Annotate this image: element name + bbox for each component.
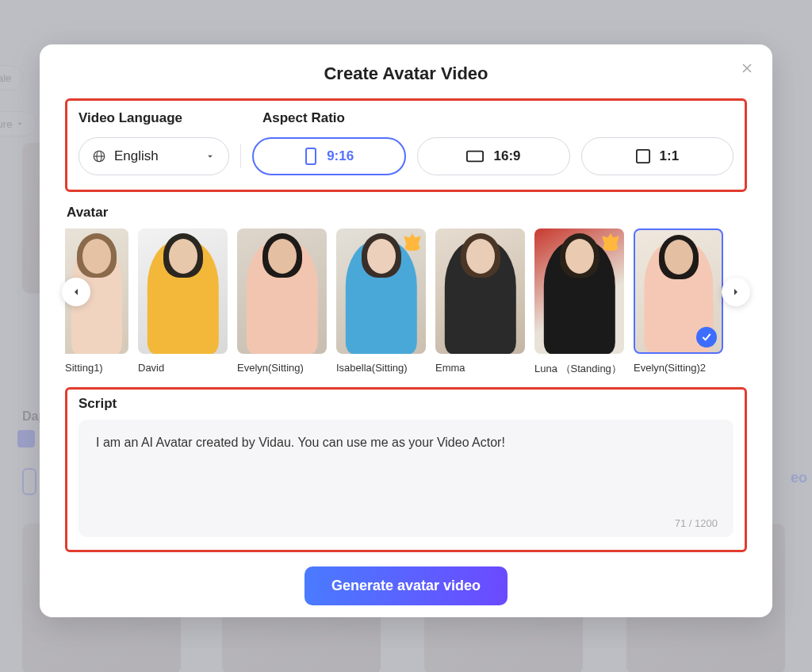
avatar-head — [268, 239, 297, 274]
avatar-thumb[interactable] — [138, 228, 228, 354]
portrait-rect-icon — [304, 148, 317, 165]
avatar-thumb[interactable] — [435, 228, 525, 354]
avatar-thumb[interactable] — [634, 228, 723, 354]
avatar-name: Evelyn(Sitting)2 — [634, 362, 723, 374]
avatar-name: Luna （Standing） — [534, 362, 624, 376]
char-max: 1200 — [695, 517, 718, 529]
language-select[interactable]: English — [79, 137, 229, 175]
script-highlight: Script 71 / 1200 — [65, 387, 747, 552]
avatar-item: David — [138, 228, 228, 376]
avatar-thumb[interactable] — [237, 228, 327, 354]
avatar-head — [367, 239, 396, 274]
script-input[interactable] — [79, 420, 733, 537]
close-button[interactable] — [739, 60, 755, 76]
ratio-label: 1:1 — [660, 148, 680, 164]
char-current: 71 — [675, 517, 686, 529]
crown-badge-icon — [602, 233, 619, 251]
ratio-label: 16:9 — [493, 148, 520, 164]
aspect-ratio-label: Aspect Ratio — [262, 110, 345, 126]
avatar-head — [565, 239, 594, 274]
carousel-next-button[interactable] — [722, 278, 750, 306]
svg-rect-2 — [306, 148, 316, 164]
carousel-prev-button[interactable] — [62, 278, 90, 306]
avatar-head — [466, 239, 495, 274]
chevron-down-icon — [205, 151, 216, 162]
top-settings-highlight: Video Language Aspect Ratio English 9:16… — [65, 98, 747, 192]
divider — [240, 144, 241, 168]
landscape-rect-icon — [466, 150, 484, 163]
language-label: Video Language — [79, 110, 262, 126]
avatar-item: Evelyn(Sitting) — [237, 228, 327, 376]
avatar-section-title: Avatar — [67, 205, 747, 221]
chevron-left-icon — [70, 286, 82, 298]
chevron-right-icon — [730, 286, 742, 298]
avatar-name: David — [138, 362, 228, 374]
svg-rect-3 — [467, 152, 483, 162]
avatar-item: Isabella(Sitting) — [336, 228, 426, 376]
avatar-name: Sitting1) — [65, 362, 128, 374]
avatar-thumb[interactable] — [534, 228, 624, 354]
crown-badge-icon — [404, 233, 421, 251]
create-avatar-modal: Create Avatar Video Video Language Aspec… — [40, 44, 772, 617]
ratio-label: 9:16 — [327, 148, 354, 164]
script-section-title: Script — [79, 396, 733, 412]
avatar-name: Isabella(Sitting) — [336, 362, 426, 374]
language-value: English — [114, 148, 197, 164]
square-rect-icon — [636, 149, 650, 163]
globe-icon — [92, 149, 106, 163]
avatar-name: Emma — [435, 362, 525, 374]
avatar-carousel: Sitting1)DavidEvelyn(Sitting)Isabella(Si… — [65, 228, 747, 376]
generate-button[interactable]: Generate avatar video — [304, 566, 508, 605]
check-badge-icon — [696, 327, 717, 348]
avatar-head — [169, 239, 197, 274]
avatar-head — [82, 239, 111, 274]
svg-rect-4 — [636, 150, 649, 163]
avatar-item: Emma — [435, 228, 525, 376]
aspect-ratio-1-1[interactable]: 1:1 — [581, 137, 733, 175]
avatar-item: Evelyn(Sitting)2 — [634, 228, 723, 376]
avatar-head — [665, 240, 693, 275]
modal-title: Create Avatar Video — [65, 63, 747, 84]
avatar-thumb[interactable] — [336, 228, 426, 354]
avatar-item: Luna （Standing） — [534, 228, 624, 376]
aspect-ratio-16-9[interactable]: 16:9 — [417, 137, 569, 175]
char-count: 71 / 1200 — [675, 517, 718, 529]
avatar-name: Evelyn(Sitting) — [237, 362, 327, 374]
aspect-ratio-9-16[interactable]: 9:16 — [252, 137, 406, 175]
